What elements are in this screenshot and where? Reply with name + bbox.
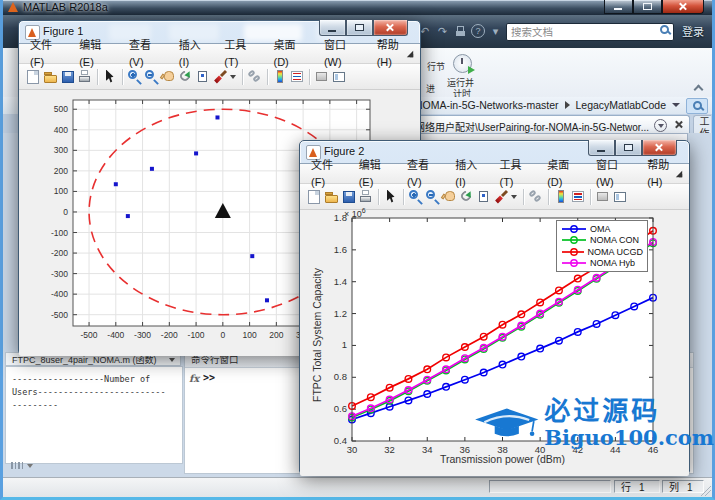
breadcrumb[interactable]: g-for-NOMA-in-5G-Networks-masterLegacyMa… [390,99,666,111]
graduation-cap-icon [474,396,540,452]
pan-hand-icon[interactable] [161,69,177,85]
show-plot-tools-icon[interactable] [331,69,347,85]
breadcrumb-arrow-icon [565,101,570,109]
minimize-button[interactable] [604,0,633,14]
folder-search-button[interactable] [686,98,708,114]
menu-item-desktop[interactable]: 桌面(D) [540,157,589,191]
maximize-button[interactable] [633,0,662,14]
open-folder-icon[interactable] [43,69,59,85]
svg-text:0.6: 0.6 [334,403,347,414]
rotate-3d-icon[interactable] [459,189,475,205]
menu-caret-icon[interactable]: ▾ [488,24,503,39]
tab-close-icon[interactable] [674,120,683,129]
hide-plot-tools-icon[interactable] [595,189,611,205]
menu-item-view[interactable]: 查看(V) [400,157,448,191]
hide-plot-tools-icon[interactable] [314,69,330,85]
svg-text:1.6: 1.6 [334,244,347,255]
step-label-partial[interactable]: 进 [426,82,435,95]
menu-item-tools[interactable]: 工具(T) [217,37,266,71]
brush-icon[interactable] [493,189,509,205]
data-cursor-icon[interactable] [195,69,211,85]
data-cursor-icon[interactable] [476,189,492,205]
menu-item-window[interactable]: 窗口(W) [317,37,370,71]
run-and-time-icon[interactable] [453,54,472,73]
dropdown-caret-icon[interactable] [229,69,238,85]
svg-text:100: 100 [243,330,257,340]
menu-item-edit[interactable]: 编辑(E) [72,37,122,71]
link-plot-icon[interactable] [247,69,263,85]
main-window-controls [604,0,704,14]
menu-item-insert[interactable]: 插入(I) [172,37,218,71]
svg-text:-200: -200 [161,330,178,340]
help-icon[interactable]: ? [471,24,485,38]
zoom-in-icon[interactable] [408,189,424,205]
save-icon[interactable] [341,189,357,205]
close-button[interactable] [642,140,677,156]
save-icon[interactable] [60,69,76,85]
menu-item-insert[interactable]: 插入(I) [448,157,492,191]
resize-grip-icon[interactable] [699,484,711,496]
menu-item-view[interactable]: 查看(V) [122,37,172,71]
menu-item-file[interactable]: 文件(F) [23,37,72,71]
close-button[interactable] [662,0,704,14]
dropdown-caret-icon[interactable] [510,189,519,205]
open-folder-icon[interactable] [324,189,340,205]
toolbar-separator [548,189,549,205]
link-plot-icon[interactable] [528,189,544,205]
tab-dropdown-icon[interactable] [654,119,667,132]
restore-button[interactable] [615,140,642,156]
menu-item-tools[interactable]: 工具(T) [492,157,540,191]
minimize-button[interactable] [319,20,346,36]
zoom-out-icon[interactable] [144,69,160,85]
insert-legend-icon[interactable] [570,189,586,205]
command-prompt[interactable]: >> [203,372,215,383]
x-axis-label: Transmission power (dBm) [352,453,653,465]
new-document-icon[interactable] [27,70,39,84]
minimize-button[interactable] [588,140,615,156]
pan-hand-icon[interactable] [442,189,458,205]
edit-cursor-icon[interactable] [102,69,118,85]
watermark-chinese: 必过源码 [544,396,714,426]
menu-overflow-icon[interactable] [676,171,682,177]
svg-text:-200: -200 [51,248,68,258]
address-dropdown-icon[interactable] [672,103,680,107]
insert-colorbar-icon[interactable] [272,69,288,85]
fx-icon[interactable]: fx [189,373,199,384]
breadcrumb-segment[interactable]: LegacyMatlabCode [576,99,666,111]
svg-text:-500: -500 [81,330,98,340]
rotate-3d-icon[interactable] [178,69,194,85]
print-icon[interactable] [453,24,468,39]
status-bar: 行1 列1 [3,477,712,497]
collapse-ribbon-icon[interactable] [695,84,702,91]
svg-text:1: 1 [342,339,347,350]
doc-search-input[interactable] [506,23,674,41]
panel-grip[interactable] [11,461,33,470]
legend-entry: NOMA CON [561,235,643,247]
menu-item-desktop[interactable]: 桌面(D) [267,37,317,71]
toolbar-separator [267,69,268,85]
edit-cursor-icon[interactable] [383,189,399,205]
menu-overflow-icon[interactable] [407,51,413,57]
user-point [194,151,198,155]
print-icon[interactable] [77,69,93,85]
toolbar-separator [122,69,123,85]
zoom-out-icon[interactable] [425,189,441,205]
sign-in-link[interactable]: 登录 [682,23,704,39]
brush-icon[interactable] [212,69,228,85]
menu-item-file[interactable]: 文件(F) [304,157,352,191]
close-button[interactable] [373,20,408,36]
new-document-icon[interactable] [308,190,320,204]
print-icon[interactable] [358,189,374,205]
zoom-in-icon[interactable] [127,69,143,85]
insert-colorbar-icon[interactable] [553,189,569,205]
legend[interactable]: OMANOMA CONNOMA UCGDNOMA Hyb [556,220,648,272]
redo-icon[interactable]: ↷ [435,24,450,39]
status-cell-row: 行1 [614,480,660,493]
menu-item-window[interactable]: 窗口(W) [589,157,640,191]
menu-item-edit[interactable]: 编辑(E) [352,157,400,191]
show-plot-tools-icon[interactable] [612,189,628,205]
run-section-label-partial[interactable]: 行节 [427,60,445,73]
insert-legend-icon[interactable] [289,69,305,85]
restore-button[interactable] [346,20,373,36]
search-icon[interactable] [660,25,670,35]
